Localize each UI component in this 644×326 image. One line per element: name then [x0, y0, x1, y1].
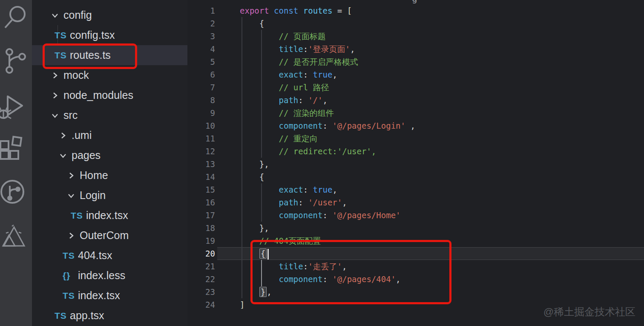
- tree-item-src[interactable]: src: [32, 105, 187, 125]
- code-line[interactable]: path: '/',: [240, 94, 415, 107]
- tree-item-home[interactable]: Home: [32, 165, 187, 185]
- code-line[interactable]: // url 路径: [240, 81, 415, 94]
- extensions-icon[interactable]: [0, 136, 24, 161]
- tree-item-outercom[interactable]: OuterCom: [32, 225, 187, 245]
- code-line[interactable]: // 渲染的组件: [240, 107, 415, 119]
- chevron-down-icon[interactable]: [58, 150, 68, 161]
- code-line[interactable]: {: [240, 17, 415, 30]
- line-number[interactable]: 18: [187, 222, 215, 234]
- code-token: {: [240, 19, 264, 28]
- tree-item-index-less[interactable]: {}index.less: [32, 265, 187, 286]
- code-line[interactable]: // redirect:'/user',: [240, 145, 415, 158]
- line-number[interactable]: 17: [187, 209, 215, 222]
- typescript-file-icon: TS: [71, 211, 86, 221]
- less-file-icon: {}: [63, 271, 78, 281]
- line-number[interactable]: 3: [187, 30, 215, 43]
- code-line[interactable]: path: '/user',: [240, 196, 415, 209]
- line-number[interactable]: 20: [187, 247, 215, 260]
- code-token: :: [322, 211, 332, 220]
- tree-item-app-tsx[interactable]: TSapp.tsx: [32, 306, 187, 326]
- line-number-gutter[interactable]: 123456789101112131415161718192021222324: [187, 4, 215, 311]
- code-line[interactable]: component: '@/pages/Login' ,: [240, 119, 415, 132]
- line-number[interactable]: 12: [187, 145, 215, 158]
- code-token: component: [279, 121, 323, 130]
- chevron-right-icon[interactable]: [66, 170, 76, 181]
- tree-item-label: 404.tsx: [78, 249, 112, 262]
- tree-item-login[interactable]: Login: [32, 185, 187, 205]
- code-token: [240, 211, 279, 220]
- code-token: [240, 95, 279, 105]
- line-number[interactable]: 13: [187, 158, 215, 170]
- tree-item-index-tsx[interactable]: TSindex.tsx: [32, 286, 187, 306]
- tree-item-pages[interactable]: pages: [32, 145, 187, 165]
- line-number[interactable]: 1: [187, 4, 215, 17]
- tree-item-404-tsx[interactable]: TS404.tsx: [32, 245, 187, 265]
- run-debug-icon[interactable]: [0, 93, 25, 122]
- code-token: [240, 83, 279, 92]
- code-token: [240, 70, 279, 79]
- tree-item-index-tsx[interactable]: TSindex.tsx: [32, 205, 187, 225]
- code-line[interactable]: export const routes = [: [240, 4, 415, 17]
- chevron-right-icon[interactable]: [50, 70, 60, 81]
- tree-item-label: index.tsx: [78, 289, 120, 302]
- line-number[interactable]: 2: [187, 17, 215, 30]
- code-token: title: [279, 44, 303, 54]
- code-line[interactable]: exact: true,: [240, 68, 415, 81]
- tree-item-node-modules[interactable]: node_modules: [32, 85, 187, 105]
- code-token: component: [279, 211, 323, 220]
- code-line[interactable]: // 页面标题: [240, 30, 415, 43]
- line-number[interactable]: 9: [187, 107, 215, 119]
- code-token: '登录页面': [308, 44, 350, 54]
- chevron-right-icon[interactable]: [50, 90, 60, 101]
- line-number[interactable]: 19: [187, 234, 215, 247]
- tree-item-label: .umi: [72, 129, 92, 141]
- typescript-file-icon: TS: [55, 311, 70, 321]
- chevron-down-icon[interactable]: [66, 190, 76, 201]
- line-number[interactable]: 23: [187, 286, 215, 298]
- line-number[interactable]: 11: [187, 132, 215, 145]
- line-number[interactable]: 21: [187, 260, 215, 273]
- code-token: [240, 185, 279, 194]
- code-line[interactable]: // 是否开启严格模式: [240, 55, 415, 68]
- line-number[interactable]: 22: [187, 273, 215, 286]
- search-icon[interactable]: [3, 4, 27, 30]
- git-graph-icon[interactable]: [0, 179, 26, 205]
- tree-item--umi[interactable]: .umi: [32, 125, 187, 145]
- line-number[interactable]: 14: [187, 170, 215, 183]
- code-comment: // url 路径: [279, 83, 329, 92]
- line-number[interactable]: 15: [187, 183, 215, 196]
- code-token: [240, 134, 279, 143]
- code-token: [240, 108, 279, 118]
- line-number[interactable]: 6: [187, 68, 215, 81]
- source-control-icon[interactable]: [4, 48, 28, 74]
- code-token: =: [332, 6, 347, 15]
- line-number[interactable]: 8: [187, 94, 215, 107]
- annotation-box-404-route: [250, 240, 451, 304]
- chevron-down-icon[interactable]: [50, 10, 60, 20]
- chevron-down-icon[interactable]: [50, 110, 60, 121]
- code-token: :: [298, 198, 308, 207]
- tree-item-config[interactable]: config: [32, 5, 187, 25]
- activity-bar: [0, 0, 32, 326]
- chevron-right-icon[interactable]: [66, 231, 76, 241]
- code-line[interactable]: title:'登录页面',: [240, 43, 415, 55]
- code-line[interactable]: exact: true,: [240, 183, 415, 196]
- tree-item-label: Home: [80, 169, 108, 182]
- mountain-extension-icon[interactable]: [2, 224, 26, 248]
- tree-item-config-tsx[interactable]: TSconfig.tsx: [32, 25, 187, 45]
- line-number[interactable]: 7: [187, 81, 215, 94]
- line-number[interactable]: 4: [187, 43, 215, 55]
- chevron-right-icon[interactable]: [58, 130, 68, 141]
- line-number[interactable]: 5: [187, 55, 215, 68]
- code-token: ,: [350, 44, 355, 54]
- code-line[interactable]: {: [240, 170, 415, 183]
- code-line[interactable]: },: [240, 222, 415, 234]
- code-line[interactable]: component: '@/pages/Home': [240, 209, 415, 222]
- line-number[interactable]: 10: [187, 119, 215, 132]
- line-number[interactable]: 16: [187, 196, 215, 209]
- typescript-file-icon: TS: [63, 291, 78, 301]
- code-line[interactable]: // 重定向: [240, 132, 415, 145]
- code-token: },: [240, 223, 269, 233]
- code-line[interactable]: },: [240, 158, 415, 170]
- line-number[interactable]: 24: [187, 298, 215, 311]
